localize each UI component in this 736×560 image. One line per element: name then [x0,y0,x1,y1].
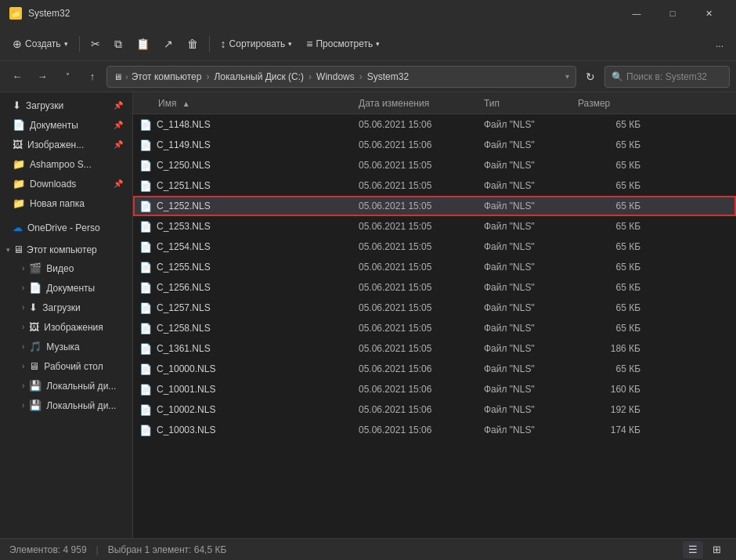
recent-button[interactable]: ˅ [56,66,78,88]
search-box[interactable]: 🔍 Поиск в: System32 [604,66,730,88]
sidebar-item-newfolder[interactable]: 📁 Новая папка [3,193,129,213]
sidebar-item-downloads2[interactable]: 📁 Downloads 📌 [3,174,129,193]
table-row[interactable]: 📄 C_1256.NLS 05.06.2021 15:05 Файл "NLS"… [133,277,736,298]
table-row[interactable]: 📄 C_1253.NLS 05.06.2021 15:05 Файл "NLS"… [133,216,736,237]
table-row[interactable]: 📄 C_1257.NLS 05.06.2021 15:05 Файл "NLS"… [133,298,736,318]
status-separator: | [96,544,99,555]
cut-button[interactable]: ✂ [85,31,106,56]
minimize-button[interactable]: — [619,0,655,27]
file-name-cell: 📄 C_1255.NLS [139,262,359,273]
file-type-cell: Файл "NLS" [484,384,578,395]
table-row[interactable]: 📄 C_10003.NLS 05.06.2021 15:06 Файл "NLS… [133,420,736,440]
documents-icon: 📄 [13,119,25,131]
file-name-text: C_1149.NLS [157,139,211,150]
file-date-cell: 05.06.2021 15:05 [359,180,484,191]
file-name-cell: 📄 C_1252.NLS [139,201,359,212]
sidebar-label-onedrive: OneDrive - Perso [27,222,123,233]
downloads2-icon: 📁 [13,178,25,190]
table-row[interactable]: 📄 C_10002.NLS 05.06.2021 15:06 Файл "NLS… [133,399,736,420]
file-date-cell: 05.06.2021 15:05 [359,323,484,334]
file-list-header[interactable]: Имя ▲ Дата изменения Тип Размер [133,92,736,114]
sidebar-item-pics[interactable]: › 🖼 Изображения [3,317,129,337]
file-list: 📄 C_1148.NLS 05.06.2021 15:06 Файл "NLS"… [133,114,736,538]
close-button[interactable]: ✕ [691,0,727,27]
window-icon: 📁 [9,7,22,20]
table-row[interactable]: 📄 C_1252.NLS 05.06.2021 15:05 Файл "NLS"… [133,196,736,216]
sort-arrow-name: ▲ [182,99,190,108]
sidebar-thispc-header[interactable]: ▾ 🖥 Этот компьютер [0,240,132,258]
table-row[interactable]: 📄 C_10000.NLS 05.06.2021 15:06 Файл "NLS… [133,359,736,379]
table-row[interactable]: 📄 C_1250.NLS 05.06.2021 15:05 Файл "NLS"… [133,155,736,175]
table-row[interactable]: 📄 C_1254.NLS 05.06.2021 15:05 Файл "NLS"… [133,237,736,257]
file-size-cell: 65 КБ [578,363,640,374]
table-row[interactable]: 📄 C_1258.NLS 05.06.2021 15:05 Файл "NLS"… [133,318,736,338]
file-date-cell: 05.06.2021 15:06 [359,139,484,150]
header-date[interactable]: Дата изменения [359,98,484,109]
sidebar-item-music[interactable]: › 🎵 Музыка [3,337,129,356]
share-button[interactable]: ↗ [157,31,179,56]
file-name-text: C_10003.NLS [157,425,215,435]
table-row[interactable]: 📄 C_1251.NLS 05.06.2021 15:05 Файл "NLS"… [133,175,736,196]
file-date-cell: 05.06.2021 15:05 [359,302,484,313]
sidebar-item-images[interactable]: 🖼 Изображен... 📌 [3,135,129,154]
sidebar-item-onedrive[interactable]: ☁ OneDrive - Perso [3,218,129,237]
grid-view-button[interactable]: ⊞ [706,541,727,558]
sidebar-label-docs2: Документы [46,283,123,294]
delete-button[interactable]: 🗑 [181,31,204,56]
table-row[interactable]: 📄 C_1361.NLS 05.06.2021 15:05 Файл "NLS"… [133,338,736,359]
sidebar-item-ashampoo[interactable]: 📁 Ashampoo S... [3,154,129,174]
sidebar-label-desktop: Рабочий стол [44,361,123,372]
toolbar-separator-2 [209,36,210,52]
sidebar-item-localdisk2[interactable]: › 💾 Локальный ди... [3,396,129,415]
expand-icon-video: › [22,264,24,273]
header-type[interactable]: Тип [484,98,578,109]
maximize-button[interactable]: □ [655,0,691,27]
file-type-cell: Файл "NLS" [484,119,578,130]
file-date-cell: 05.06.2021 15:05 [359,282,484,293]
file-name-text: C_1257.NLS [157,302,211,313]
file-icon: 📄 [139,302,152,314]
file-name-text: C_10002.NLS [157,404,215,415]
up-button[interactable]: ↑ [81,66,103,88]
file-date-cell: 05.06.2021 15:05 [359,160,484,171]
create-button[interactable]: ⊕ Создать ▾ [6,31,74,56]
forward-button[interactable]: → [31,66,53,88]
table-row[interactable]: 📄 C_10001.NLS 05.06.2021 15:06 Файл "NLS… [133,379,736,399]
sort-button[interactable]: ↕ Сортировать ▾ [215,31,299,56]
back-button[interactable]: ← [6,66,28,88]
table-row[interactable]: 📄 C_1149.NLS 05.06.2021 15:06 Файл "NLS"… [133,135,736,155]
header-name[interactable]: Имя ▲ [139,98,359,109]
search-icon: 🔍 [612,71,623,82]
file-date-cell: 05.06.2021 15:05 [359,221,484,232]
file-size-cell: 65 КБ [578,160,640,171]
sidebar-item-dls[interactable]: › ⬇ Загрузки [3,298,129,317]
sidebar-label-documents: Документы [30,120,109,131]
create-label: Создать [25,38,61,49]
path-part-computer: › [125,72,128,81]
sidebar-item-docs2[interactable]: › 📄 Документы [3,278,129,298]
dls-icon: ⬇ [29,302,38,313]
list-view-button[interactable]: ☰ [683,541,703,558]
address-path[interactable]: 🖥 › Этот компьютер › Локальный Диск (C:)… [106,66,576,88]
selected-info: Выбран 1 элемент: 64,5 КБ [108,544,227,555]
file-size-cell: 186 КБ [578,343,640,354]
sidebar-item-localdisk1[interactable]: › 💾 Локальный ди... [3,376,129,396]
file-size-cell: 65 КБ [578,119,640,130]
header-size[interactable]: Размер [578,98,640,109]
sidebar-item-video[interactable]: › 🎬 Видео [3,258,129,278]
refresh-button[interactable]: ↻ [579,66,601,88]
view-button[interactable]: ≡ Просмотреть ▾ [300,31,386,56]
sidebar-item-downloads[interactable]: ⬇ Загрузки 📌 [3,96,129,115]
file-type-cell: Файл "NLS" [484,343,578,354]
table-row[interactable]: 📄 C_1255.NLS 05.06.2021 15:05 Файл "NLS"… [133,257,736,277]
table-row[interactable]: 📄 C_1148.NLS 05.06.2021 15:06 Файл "NLS"… [133,114,736,135]
more-button[interactable]: ... [709,31,730,56]
sidebar-item-desktop[interactable]: › 🖥 Рабочий стол [3,356,129,376]
file-date-cell: 05.06.2021 15:05 [359,241,484,252]
thispc-expand-icon: ▾ [6,246,10,254]
copy-button[interactable]: ⧉ [108,31,128,56]
file-name-cell: 📄 C_10000.NLS [139,363,359,375]
sidebar-item-documents[interactable]: 📄 Документы 📌 [3,115,129,135]
paste-button[interactable]: 📋 [130,31,156,56]
expand-icon-docs2: › [22,284,24,292]
